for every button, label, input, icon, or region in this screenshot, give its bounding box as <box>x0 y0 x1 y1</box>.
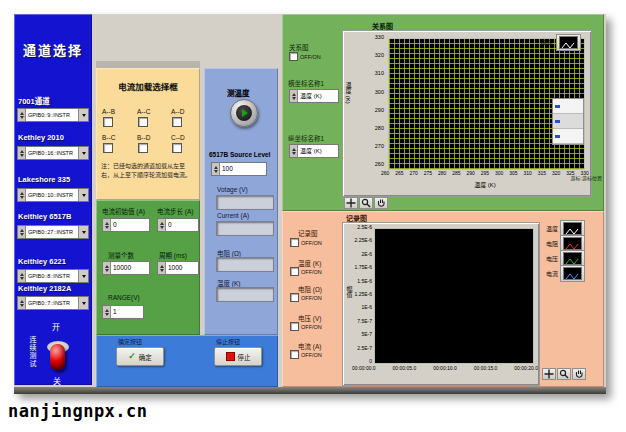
spinner-arrows-icon[interactable] <box>18 270 26 282</box>
zoom-tool-button[interactable] <box>557 368 571 380</box>
channel-combo-6221[interactable]: GPIB0::8::INSTR <box>17 269 89 283</box>
relation-graph-toolbar <box>344 197 388 209</box>
x-tick: 00:00:05.0 <box>393 366 417 371</box>
spinner-arrows-icon[interactable] <box>18 189 26 201</box>
channel-combo-2182a[interactable]: GPIB0::7::INSTR <box>17 296 89 310</box>
dropdown-arrow-icon[interactable] <box>78 270 88 282</box>
record-switch-volt[interactable]: OFF/ON <box>290 322 322 331</box>
cursor-mark-icon <box>555 120 560 123</box>
measure-count-spinner[interactable]: 10000 <box>102 261 150 275</box>
zoom-tool-button[interactable] <box>359 197 373 209</box>
y-axis-ring[interactable]: 温度 (K) <box>289 144 339 158</box>
y-tick: 2.5E-7 <box>357 346 372 351</box>
confirm-button-label: 确定 <box>139 352 152 362</box>
record-plot-area[interactable] <box>374 228 534 364</box>
current-readout-label: Current (A) <box>217 212 249 219</box>
relation-onoff-switch[interactable]: OFF/ON <box>289 52 321 61</box>
dropdown-arrow-icon[interactable] <box>78 147 88 159</box>
pair-c-d-checkbox[interactable] <box>172 143 182 153</box>
green-check-icon: ✓ <box>128 352 136 361</box>
pair-a-c-checkbox[interactable] <box>138 117 148 127</box>
run-button[interactable] <box>230 99 258 127</box>
cursor-list <box>552 98 584 145</box>
confirm-button[interactable]: ✓ 确定 <box>116 347 164 366</box>
spinner-arrows-icon[interactable] <box>290 145 298 157</box>
spinner-arrows-icon[interactable] <box>18 109 26 121</box>
pair-b-c-checkbox[interactable] <box>103 143 113 153</box>
pair-b-d-checkbox[interactable] <box>138 143 148 153</box>
power-rocker-switch[interactable] <box>50 344 65 370</box>
dropdown-arrow-icon[interactable] <box>78 109 88 121</box>
spinner-arrows-icon[interactable] <box>103 306 111 318</box>
record-switch-label-record: 记录图 <box>298 228 318 238</box>
stop-button[interactable]: 停止 <box>214 347 262 366</box>
current-init-spinner[interactable]: 0 <box>102 218 150 232</box>
pan-tool-button[interactable] <box>374 197 388 209</box>
dropdown-arrow-icon[interactable] <box>78 297 88 309</box>
spinner-arrows-icon[interactable] <box>158 262 166 274</box>
checkbox-icon[interactable] <box>290 238 299 247</box>
y-tick: 2.5E-6 <box>357 225 372 230</box>
record-switch-res[interactable]: OFF/ON <box>290 293 322 302</box>
channel-combo-7001[interactable]: GPIB0::9::INSTR <box>17 108 89 122</box>
spinner-arrows-icon[interactable] <box>18 297 26 309</box>
channel-combo-335[interactable]: GPIB0::10::INSTR <box>17 188 89 202</box>
record-legend-curr[interactable]: 电流 <box>546 265 585 282</box>
range-spinner[interactable]: 1 <box>102 305 144 319</box>
legend-button[interactable] <box>560 265 585 282</box>
checkbox-icon[interactable] <box>290 322 299 331</box>
param-label-period: 周期 (ms) <box>159 250 187 260</box>
record-x-axis: 00:00:00.0 00:00:05.0 00:00:10.0 00:00:1… <box>352 366 538 371</box>
crosshair-icon <box>346 198 356 208</box>
record-switch-temp[interactable]: OFF/ON <box>290 267 322 276</box>
param-label-count: 测量个数 <box>108 250 134 260</box>
continuous-test-vertical-label: 连续测试 <box>27 336 37 384</box>
dropdown-arrow-icon[interactable] <box>78 189 88 201</box>
load-box-title: 电流加载选择框 <box>96 80 200 92</box>
pan-tool-button[interactable] <box>572 368 586 380</box>
record-switch-curr[interactable]: OFF/ON <box>290 350 322 359</box>
run-button-label: 测温度 <box>227 87 250 98</box>
relation-legend-button[interactable] <box>556 34 581 51</box>
spinner-arrows-icon[interactable] <box>212 163 220 175</box>
dropdown-arrow-icon[interactable] <box>78 226 88 238</box>
move-tool-button[interactable] <box>542 368 556 380</box>
spinner-arrows-icon[interactable] <box>18 147 26 159</box>
spin-value: 0 <box>111 219 149 231</box>
move-tool-button[interactable] <box>344 197 358 209</box>
spinner-arrows-icon[interactable] <box>158 219 166 231</box>
checkbox-icon[interactable] <box>290 267 299 276</box>
cursor-mark-icon <box>555 135 560 138</box>
pair-a-b-checkbox[interactable] <box>103 117 113 127</box>
period-spinner[interactable]: 1000 <box>157 261 199 275</box>
spinner-arrows-icon[interactable] <box>18 226 26 238</box>
relation-x-axis-label: 温度 (K) <box>410 180 560 189</box>
record-switch-record[interactable]: OFF/ON <box>290 238 322 247</box>
combo-value: GPIB0::9::INSTR <box>26 109 78 121</box>
checkbox-icon[interactable] <box>290 293 299 302</box>
spinner-arrows-icon[interactable] <box>103 219 111 231</box>
combo-value: GPIB0::16::INSTR <box>26 147 78 159</box>
current-step-spinner[interactable]: 0 <box>157 218 199 232</box>
y-tick: 330 <box>375 35 384 41</box>
spinner-arrows-icon[interactable] <box>290 90 298 102</box>
param-label-range: RANGE(V) <box>108 294 140 301</box>
spinner-arrows-icon[interactable] <box>103 262 111 274</box>
channel-label-6517b: Keithley 6517B <box>18 212 71 221</box>
channel-combo-2010[interactable]: GPIB0::16::INSTR <box>17 146 89 160</box>
onoff-text: OFF/ON <box>300 54 321 60</box>
x-tick: 280 <box>438 171 446 176</box>
y-tick: 280 <box>375 126 384 132</box>
checkbox-icon[interactable] <box>289 52 298 61</box>
source-level-spinner[interactable]: 100 <box>211 162 267 176</box>
y-tick: 2.25E-6 <box>354 238 372 243</box>
y-tick: 310 <box>375 71 384 77</box>
y-tick: 300 <box>375 90 384 96</box>
cursor-row <box>553 114 583 129</box>
pair-a-d-checkbox[interactable] <box>172 117 182 127</box>
channel-combo-6517b[interactable]: GPIB0::27::INSTR <box>17 225 89 239</box>
x-tick: 285 <box>452 171 460 176</box>
load-box-note: 注：已经勾选的通道加载从左至右，从上至下顺序轮流加载电流。 <box>101 162 196 179</box>
checkbox-icon[interactable] <box>290 350 299 359</box>
x-axis-ring[interactable]: 温度 (K) <box>289 89 339 103</box>
